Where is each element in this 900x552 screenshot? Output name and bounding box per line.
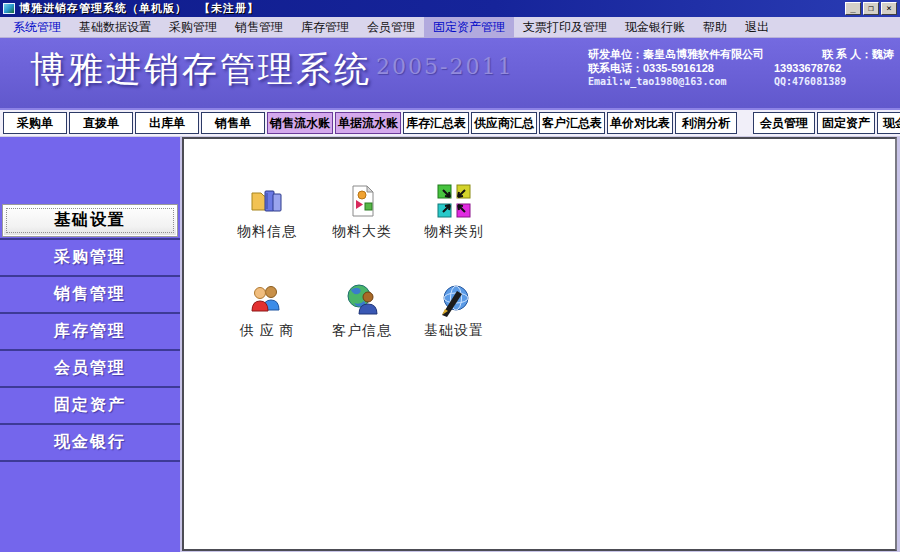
toolbar-purchase-order[interactable]: 采购单	[3, 112, 67, 134]
shortcut-material-category[interactable]: 物料大类	[314, 184, 410, 241]
toolbar-direct-order[interactable]: 直拨单	[69, 112, 133, 134]
app-window: 博雅进销存管理系统（单机版） 【未注册】 _ ❐ × 系统管理 基础数据设置 采…	[0, 0, 900, 552]
menu-check-print[interactable]: 支票打印及管理	[514, 17, 616, 38]
toolbar-price-compare[interactable]: 单价对比表	[607, 112, 673, 134]
sidebar-spacer	[0, 137, 180, 203]
toolbar-supplier-summary[interactable]: 供应商汇总	[471, 112, 537, 134]
main-panel: 物料信息 物料大类	[182, 137, 897, 551]
folder-books-icon	[250, 184, 284, 218]
app-icon	[3, 3, 15, 14]
shortcut-supplier[interactable]: 供 应 商	[219, 283, 315, 340]
shortcut-label: 客户信息	[314, 322, 410, 340]
toolbar-cash-bank[interactable]: 现金银行	[877, 112, 900, 134]
title-bar: 博雅进销存管理系统（单机版） 【未注册】 _ ❐ ×	[0, 0, 900, 17]
window-title: 博雅进销存管理系统（单机版） 【未注册】	[19, 1, 259, 16]
shortcut-label: 供 应 商	[219, 322, 315, 340]
menu-basic-data[interactable]: 基础数据设置	[70, 17, 160, 38]
menu-sales[interactable]: 销售管理	[226, 17, 292, 38]
menu-system[interactable]: 系统管理	[4, 17, 70, 38]
shortcut-material-info[interactable]: 物料信息	[219, 184, 315, 241]
shortcut-material-type[interactable]: 物料类别	[406, 184, 502, 241]
sidebar-item-member[interactable]: 会员管理	[0, 351, 180, 388]
toolbar-member-mgmt[interactable]: 会员管理	[753, 112, 815, 134]
banner: 博雅进销存管理系统 2005-2011 研发单位：秦皇岛博雅软件有限公司 联 系…	[0, 38, 900, 108]
window-body: 基础设置 采购管理 销售管理 库存管理 会员管理 固定资产 现金银行 物料信息	[0, 137, 900, 552]
sidebar-item-fixed-assets[interactable]: 固定资产	[0, 388, 180, 425]
toolbar: 采购单 直拨单 出库单 销售单 销售流水账 单据流水账 库存汇总表 供应商汇总 …	[0, 108, 900, 137]
developer-company: 研发单位：秦皇岛博雅软件有限公司	[588, 47, 774, 61]
sidebar-item-basic-settings[interactable]: 基础设置	[0, 203, 180, 240]
restore-button[interactable]: ❐	[863, 2, 879, 15]
sidebar-nav: 基础设置 采购管理 销售管理 库存管理 会员管理 固定资产 现金银行	[0, 137, 180, 552]
shortcut-label: 物料类别	[406, 223, 502, 241]
toolbar-document-journal[interactable]: 单据流水账	[335, 112, 401, 134]
menu-purchase[interactable]: 采购管理	[160, 17, 226, 38]
toolbar-inventory-summary[interactable]: 库存汇总表	[403, 112, 469, 134]
menu-member[interactable]: 会员管理	[358, 17, 424, 38]
menu-help[interactable]: 帮助	[694, 17, 736, 38]
document-shapes-icon	[345, 184, 379, 218]
toolbar-sales-order[interactable]: 销售单	[201, 112, 265, 134]
sidebar-item-inventory[interactable]: 库存管理	[0, 314, 180, 351]
toolbar-profit-analysis[interactable]: 利润分析	[675, 112, 737, 134]
sidebar-item-purchase[interactable]: 采购管理	[0, 240, 180, 277]
toolbar-customer-summary[interactable]: 客户汇总表	[539, 112, 605, 134]
sidebar-selected-button[interactable]: 基础设置	[2, 204, 178, 237]
globe-pen-icon	[437, 283, 471, 317]
shortcut-label: 物料信息	[219, 223, 315, 241]
toolbar-fixed-assets[interactable]: 固定资产	[817, 112, 875, 134]
contact-phone: 联系电话：0335-5916128	[588, 61, 774, 75]
menu-cash-bank[interactable]: 现金银行账	[616, 17, 694, 38]
category-squares-icon	[437, 184, 471, 218]
menu-exit[interactable]: 退出	[736, 17, 778, 38]
close-button[interactable]: ×	[881, 2, 897, 15]
contact-mobile: 13933678762	[774, 61, 841, 75]
sidebar-item-sales[interactable]: 销售管理	[0, 277, 180, 314]
menu-bar: 系统管理 基础数据设置 采购管理 销售管理 库存管理 会员管理 固定资产管理 支…	[0, 17, 900, 38]
globe-person-icon	[345, 283, 379, 317]
menu-fixed-assets[interactable]: 固定资产管理	[424, 17, 514, 38]
shortcut-label: 基础设置	[406, 322, 502, 340]
contact-qq: QQ:476081389	[774, 75, 846, 89]
people-icon	[250, 283, 284, 317]
shortcut-label: 物料大类	[314, 223, 410, 241]
banner-title: 博雅进销存管理系统	[30, 46, 372, 93]
contact-person: 联 系 人：魏涛	[822, 47, 894, 61]
banner-years: 2005-2011	[376, 54, 513, 79]
shortcut-customer-info[interactable]: 客户信息	[314, 283, 410, 340]
shortcut-basic-settings[interactable]: 基础设置	[406, 283, 502, 340]
contact-email: Email:w_tao1980@163.com	[588, 75, 774, 89]
toolbar-outbound-order[interactable]: 出库单	[135, 112, 199, 134]
minimize-button[interactable]: _	[845, 2, 861, 15]
toolbar-sales-journal[interactable]: 销售流水账	[267, 112, 333, 134]
banner-contact-info: 研发单位：秦皇岛博雅软件有限公司 联 系 人：魏涛 联系电话：0335-5916…	[588, 47, 894, 89]
menu-inventory[interactable]: 库存管理	[292, 17, 358, 38]
sidebar-item-cash-bank[interactable]: 现金银行	[0, 425, 180, 462]
